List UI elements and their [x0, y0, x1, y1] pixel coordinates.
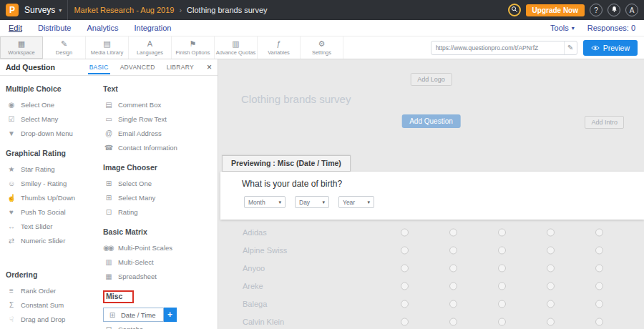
- radio-button[interactable]: [547, 264, 555, 272]
- section-heading-basic-matrix: Basic Matrix: [103, 227, 218, 236]
- radio-button[interactable]: [401, 282, 409, 290]
- item-contact-information[interactable]: ☎ Contact Information: [103, 140, 218, 154]
- radio-button[interactable]: [547, 246, 555, 254]
- ribbon-item-languages[interactable]: A Languages: [129, 36, 172, 59]
- tab-edit[interactable]: Edit: [9, 24, 22, 32]
- item-text-slider[interactable]: ↔ Text Slider: [6, 219, 97, 233]
- survey-title[interactable]: Clothing brands survey: [241, 93, 351, 105]
- radio-button[interactable]: [595, 282, 603, 290]
- radio-button[interactable]: [401, 318, 409, 325]
- item-dropdown-menu[interactable]: ▼ Drop-down Menu: [6, 126, 97, 140]
- pencil-icon[interactable]: ✎: [564, 41, 577, 54]
- radio-button[interactable]: [547, 318, 555, 325]
- radio-button[interactable]: [449, 300, 457, 308]
- item-image-rating[interactable]: ⊡ Rating: [103, 205, 218, 219]
- ribbon-item-variables[interactable]: ƒ Variables: [258, 36, 301, 59]
- search-button[interactable]: [508, 4, 521, 16]
- item-multi-select[interactable]: ▥ Multi-Select: [103, 255, 218, 269]
- item-email-address[interactable]: @ Email Address: [103, 126, 218, 140]
- preview-button[interactable]: Preview: [583, 40, 638, 56]
- radio-button[interactable]: [449, 282, 457, 290]
- ribbon-item-media-library[interactable]: ▤ Media Library: [86, 36, 129, 59]
- day-dropdown[interactable]: Day ▾: [295, 196, 329, 208]
- radio-button[interactable]: [595, 246, 603, 254]
- item-constant-sum[interactable]: Σ Constant Sum: [6, 298, 97, 312]
- item-image-select-one[interactable]: ⊞ Select One: [103, 176, 218, 190]
- radio-button[interactable]: [595, 228, 603, 236]
- radio-button[interactable]: [498, 282, 506, 290]
- item-comment-box[interactable]: ▤ Comment Box: [103, 97, 218, 112]
- add-question-button[interactable]: Add Question: [401, 114, 461, 128]
- radio-button[interactable]: [547, 282, 555, 290]
- item-single-row-text[interactable]: ▭ Single Row Text: [103, 112, 218, 126]
- ribbon-item-workspace[interactable]: ▦ Workspace: [0, 36, 43, 59]
- radio-button[interactable]: [401, 264, 409, 272]
- image-rating-icon: ⊡: [103, 208, 113, 216]
- add-date-time-button[interactable]: +: [164, 308, 177, 322]
- app-window: P Surveys ▾ Market Research - Aug 2019 ›…: [0, 0, 644, 329]
- divider: [67, 0, 68, 20]
- item-numeric-slider[interactable]: ⇄ Numeric Slider: [6, 233, 97, 247]
- item-thumbs-up-down[interactable]: ☝ Thumbs Up/Down: [6, 190, 97, 205]
- radio-button[interactable]: [498, 246, 506, 254]
- tab-analytics[interactable]: Analytics: [87, 24, 118, 32]
- tools-menu[interactable]: Tools ▾: [550, 24, 575, 32]
- ribbon-item-settings[interactable]: ⚙ Settings: [301, 36, 343, 59]
- add-logo-button[interactable]: Add Logo: [410, 73, 452, 86]
- year-dropdown[interactable]: Year ▾: [338, 196, 374, 208]
- item-image-select-many[interactable]: ⊞ Select Many: [103, 190, 218, 205]
- radio-button[interactable]: [547, 300, 555, 308]
- month-dropdown[interactable]: Month ▾: [244, 196, 286, 208]
- survey-url-input[interactable]: [431, 44, 564, 51]
- ribbon-item-design[interactable]: ✎ Design: [43, 36, 86, 59]
- radio-button[interactable]: [547, 228, 555, 236]
- radio-button[interactable]: [449, 264, 457, 272]
- table-row: Anyoo: [218, 259, 644, 277]
- workspace-icon: ▦: [18, 40, 25, 48]
- item-multi-point-scales[interactable]: ◉◉ Multi-Point Scales: [103, 240, 218, 255]
- questionpro-logo[interactable]: P: [6, 4, 19, 16]
- ribbon-item-advance-quotas[interactable]: ▥ Advance Quotas: [215, 36, 258, 59]
- radio-button[interactable]: [401, 300, 409, 308]
- notifications-button[interactable]: [608, 4, 620, 16]
- tab-advanced[interactable]: ADVANCED: [119, 60, 157, 74]
- item-star-rating[interactable]: ★ Star Rating: [6, 162, 97, 176]
- radio-button[interactable]: [401, 228, 409, 236]
- help-button[interactable]: ?: [590, 4, 602, 16]
- sigma-icon: Σ: [6, 301, 16, 309]
- item-select-one[interactable]: ◉ Select One: [6, 97, 97, 112]
- upgrade-now-button[interactable]: Upgrade Now: [526, 4, 585, 16]
- avatar[interactable]: A: [625, 4, 638, 16]
- close-icon[interactable]: ×: [207, 62, 212, 72]
- radio-button[interactable]: [595, 300, 603, 308]
- radio-button[interactable]: [498, 300, 506, 308]
- item-spreadsheet[interactable]: ▦ Spreadsheet: [103, 269, 218, 283]
- item-smiley-rating[interactable]: ☺ Smiley - Rating: [6, 176, 97, 190]
- radio-button[interactable]: [498, 318, 506, 325]
- breadcrumb-parent[interactable]: Market Research - Aug 2019: [74, 6, 174, 14]
- radio-button[interactable]: [595, 318, 603, 325]
- surveys-menu[interactable]: Surveys ▾: [24, 5, 62, 15]
- tab-integration[interactable]: Integration: [134, 24, 171, 32]
- tab-library[interactable]: LIBRARY: [165, 60, 195, 74]
- add-intro-button[interactable]: Add Intro: [585, 116, 624, 129]
- radio-button[interactable]: [449, 228, 457, 236]
- ribbon-item-finish-options[interactable]: ⚑ Finish Options: [172, 36, 215, 59]
- radio-button[interactable]: [498, 264, 506, 272]
- tab-basic[interactable]: BASIC: [88, 60, 110, 74]
- design-icon: ✎: [61, 40, 67, 48]
- radio-button[interactable]: [401, 246, 409, 254]
- item-rank-order[interactable]: ≡ Rank Order: [6, 283, 97, 298]
- responses-count[interactable]: Responses: 0: [587, 24, 635, 32]
- section-heading-misc-highlighted: Misc: [103, 290, 134, 303]
- item-date-time[interactable]: ⊞ Date / Time: [103, 308, 164, 322]
- radio-button[interactable]: [498, 228, 506, 236]
- item-captcha[interactable]: ⊡ Captcha: [103, 322, 218, 329]
- radio-button[interactable]: [449, 246, 457, 254]
- radio-button[interactable]: [595, 264, 603, 272]
- item-drag-and-drop[interactable]: ☟ Drag and Drop: [6, 312, 97, 326]
- radio-button[interactable]: [449, 318, 457, 325]
- item-select-many[interactable]: ☑ Select Many: [6, 112, 97, 126]
- item-push-to-social[interactable]: ♥ Push To Social: [6, 205, 97, 219]
- tab-distribute[interactable]: Distribute: [38, 24, 71, 32]
